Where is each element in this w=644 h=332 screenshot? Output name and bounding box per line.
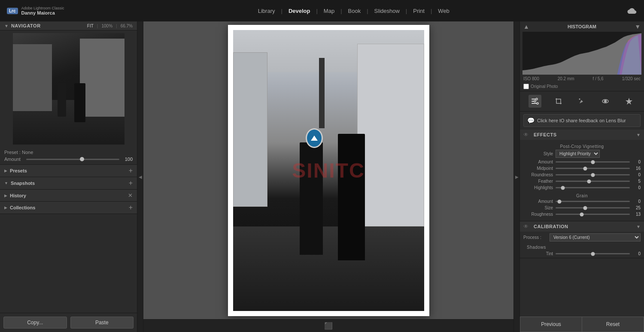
navigator-header: ▼ Navigator FIT | 100% | 66.7% — [0, 21, 137, 30]
navigator-collapse-arrow[interactable]: ▼ — [4, 24, 9, 28]
effects-collapse-arrow: ▼ — [636, 133, 641, 137]
filmstrip-toggle-icon[interactable]: ⬛ — [324, 322, 333, 330]
grain-amount-thumb[interactable] — [557, 199, 561, 203]
calibration-header[interactable]: 👁 Calibration ▼ — [520, 221, 644, 232]
presets-add-icon[interactable]: + — [129, 167, 133, 174]
vignette-roundness-thumb[interactable] — [591, 173, 595, 177]
amount-slider-track[interactable] — [26, 159, 119, 160]
grain-amount-slider[interactable] — [556, 201, 630, 202]
grain-size-value: 25 — [630, 205, 641, 210]
vignette-feather-row: Feather 5 — [523, 179, 641, 184]
previous-button[interactable]: Previous — [520, 317, 582, 332]
cloud-icon[interactable] — [626, 6, 637, 15]
copy-button[interactable]: Copy... — [3, 317, 67, 329]
grain-roughness-label: Roughness — [523, 212, 556, 217]
collections-section[interactable]: ▶ Collections + — [0, 202, 137, 214]
shadows-tint-slider[interactable] — [556, 253, 630, 254]
original-photo-checkbox[interactable] — [523, 84, 529, 89]
navigator-title: Navigator — [11, 23, 41, 28]
lrc-badge: Lrc — [7, 8, 18, 14]
app-name-user: Danny Maiorca — [21, 10, 64, 15]
snapshots-section[interactable]: ▼ Snapshots + — [0, 177, 137, 190]
nav-book[interactable]: Book — [342, 8, 367, 14]
nav-develop[interactable]: Develop — [283, 8, 316, 14]
center-area: DSCF4115-Enhanced-NR.dng 09/11/2023 15:1… — [143, 21, 513, 332]
history-x-icon[interactable]: ✕ — [128, 192, 133, 199]
right-panel-collapse[interactable]: ▶ — [513, 21, 519, 332]
effects-eye-icon[interactable]: 👁 — [523, 132, 529, 138]
vignette-amount-slider[interactable] — [556, 161, 630, 163]
vignette-feather-thumb[interactable] — [587, 179, 591, 183]
grain-roughness-thumb[interactable] — [580, 212, 583, 216]
bottom-buttons: Copy... Paste — [0, 313, 137, 332]
presets-label: Presets — [10, 168, 27, 173]
fit-size[interactable]: FIT — [87, 24, 94, 28]
nav-print[interactable]: Print — [407, 8, 431, 14]
vignette-highlights-row: Highlights 0 — [523, 185, 641, 190]
right-collapse-arrow: ▶ — [515, 175, 519, 179]
shadows-tint-row: Tint 0 — [520, 251, 644, 256]
history-section[interactable]: ▶ History ✕ — [0, 190, 137, 202]
left-panel-collapse[interactable]: ◀ — [137, 21, 143, 332]
feedback-banner[interactable]: 💬 Click here tO share feedback on Lens B… — [523, 114, 641, 127]
details-tool[interactable] — [623, 95, 635, 108]
paste-button[interactable]: Paste — [70, 317, 134, 329]
snapshots-arrow: ▼ — [4, 181, 8, 185]
bottom-bar: ⬛ — [143, 319, 513, 332]
grain-amount-label: Amount — [523, 199, 556, 204]
amount-label: Amount — [4, 157, 24, 162]
app-name-block: Adobe Lightroom Classic Danny Maiorca — [21, 6, 64, 15]
grain-label: Grain — [523, 192, 641, 199]
histogram-section: ▲ Histogram ▼ ISO 800 20.2 mm f / 5,6 — [520, 21, 644, 91]
vignette-midpoint-thumb[interactable] — [583, 166, 587, 170]
nav-map[interactable]: Map — [318, 8, 340, 14]
shadows-tint-thumb[interactable] — [591, 252, 595, 256]
grain-size-thumb[interactable] — [583, 206, 587, 210]
svg-point-5 — [537, 103, 538, 104]
adjustments-tool[interactable] — [529, 95, 541, 108]
collections-add-icon[interactable]: + — [129, 204, 133, 211]
focal-value: 20.2 mm — [558, 76, 574, 81]
size-100[interactable]: 100% — [101, 24, 112, 28]
history-arrow: ▶ — [4, 193, 7, 198]
presets-section[interactable]: ▶ Presets + — [0, 165, 137, 177]
effects-header[interactable]: 👁 Effects ▼ — [520, 130, 644, 140]
vignette-amount-thumb[interactable] — [591, 160, 595, 164]
preset-label: Preset : None — [4, 150, 33, 155]
histogram-svg — [522, 32, 641, 75]
healing-tool[interactable] — [575, 95, 588, 108]
svg-rect-4 — [532, 103, 537, 104]
image-watermark: SINITC — [292, 159, 365, 182]
vignette-style-select[interactable]: Highlight Priority Color Priority Paint … — [556, 150, 600, 158]
vignette-feather-slider[interactable] — [556, 181, 630, 182]
nav-web[interactable]: Web — [432, 8, 456, 14]
histogram-title: Histogram — [568, 24, 596, 29]
calibration-collapse-arrow: ▼ — [636, 224, 641, 229]
iso-value: ISO 800 — [523, 76, 539, 81]
reset-button[interactable]: Reset — [582, 317, 644, 332]
vignette-highlights-slider[interactable] — [556, 187, 630, 188]
grain-size-slider[interactable] — [556, 207, 630, 208]
svg-marker-9 — [626, 98, 632, 105]
nav-slideshow[interactable]: Slideshow — [368, 8, 406, 14]
amount-slider-thumb[interactable] — [80, 157, 84, 161]
vignette-roundness-row: Roundness 0 — [523, 172, 641, 177]
process-select[interactable]: Version 6 (Current) — [550, 233, 641, 241]
redeye-tool[interactable] — [599, 95, 612, 108]
vignette-midpoint-label: Midpoint — [523, 166, 556, 171]
vignette-midpoint-slider[interactable] — [556, 168, 630, 169]
calibration-eye-icon[interactable]: 👁 — [523, 223, 529, 229]
size-667[interactable]: 66.7% — [121, 24, 133, 28]
grain-roughness-slider[interactable] — [556, 214, 630, 215]
vignette-roundness-slider[interactable] — [556, 174, 630, 175]
vignette-highlights-label: Highlights — [523, 185, 556, 190]
nav-library[interactable]: Library — [252, 8, 281, 14]
crop-tool[interactable] — [552, 95, 565, 108]
effects-section: 👁 Effects ▼ Post-Crop Vignetting Style H… — [520, 130, 644, 221]
snapshots-add-icon[interactable]: + — [129, 180, 133, 187]
histogram-down-arrow: ▼ — [635, 23, 641, 30]
vignette-highlights-thumb[interactable] — [561, 186, 565, 190]
effects-sliders: Post-Crop Vignetting Style Highlight Pri… — [520, 140, 644, 221]
image-frame: SINITC — [228, 25, 429, 316]
shadows-subsection: Shadows — [520, 243, 644, 251]
